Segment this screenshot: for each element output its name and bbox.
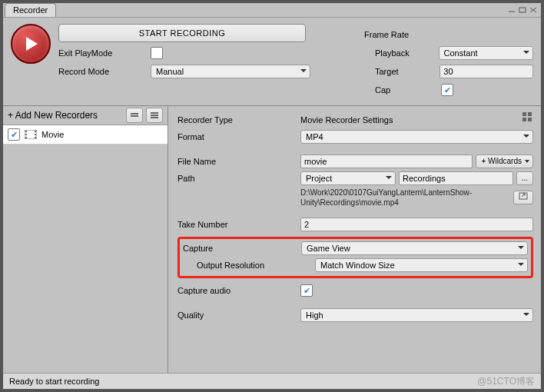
svg-rect-20 (528, 118, 532, 121)
record-mode-dropdown[interactable]: Manual (151, 65, 310, 78)
svg-line-2 (530, 8, 536, 12)
movie-icon (25, 130, 37, 139)
title-bar: Recorder (3, 3, 541, 18)
svg-rect-18 (528, 112, 532, 116)
preset-dropdown-icon[interactable] (126, 108, 143, 123)
format-dropdown[interactable]: MP4 (300, 130, 533, 144)
svg-rect-17 (522, 112, 526, 116)
output-resolution-label: Output Resolution (183, 261, 315, 270)
chevron-down-icon (525, 160, 529, 163)
playback-label: Playback (364, 48, 439, 58)
menu-icon[interactable] (146, 108, 163, 123)
path-label: Path (177, 174, 300, 183)
path-browse-button[interactable]: ... (516, 171, 533, 185)
capture-audio-checkbox[interactable] (300, 284, 313, 297)
exit-playmode-label: Exit PlayMode (58, 48, 151, 58)
cap-checkbox[interactable] (441, 84, 453, 96)
chevron-down-icon (386, 176, 392, 179)
chevron-down-icon (518, 263, 524, 266)
top-left: START RECORDING Exit PlayMode Record Mod… (58, 24, 364, 98)
wildcards-button[interactable]: + Wildcards (476, 154, 533, 168)
svg-rect-7 (151, 112, 158, 114)
take-number-input[interactable]: 2 (300, 218, 533, 231)
svg-marker-4 (26, 37, 38, 51)
quality-label: Quality (177, 311, 300, 320)
chevron-down-icon (300, 69, 307, 72)
svg-rect-11 (25, 131, 27, 132)
maximize-icon[interactable] (518, 6, 527, 14)
status-text: Ready to start recording (9, 374, 99, 389)
sidebar-empty (3, 145, 168, 373)
target-label: Target (364, 67, 440, 76)
svg-rect-19 (522, 118, 526, 121)
resolved-path: D:\Work\2020\0107GuiYangLantern\LanternS… (300, 188, 510, 208)
quality-dropdown[interactable]: High (300, 308, 533, 322)
main-panel: Recorder TypeMovie Recorder Settings For… (168, 106, 541, 373)
capture-dropdown[interactable]: Game View (301, 241, 528, 255)
recorder-window: Recorder START RECORDING Exit PlayMode R… (0, 0, 544, 392)
record-play-button[interactable] (11, 24, 51, 64)
path-scope-dropdown[interactable]: Project (300, 171, 396, 185)
recorder-tab[interactable]: Recorder (5, 3, 56, 17)
cap-label: Cap (364, 85, 441, 95)
svg-rect-13 (25, 137, 27, 138)
status-bar: Ready to start recording @51CTO博客 (3, 373, 541, 389)
recorder-type-label: Recorder Type (177, 115, 300, 125)
record-mode-label: Record Mode (58, 67, 151, 76)
top-right: Frame Rate PlaybackConstant Target30 Cap (364, 24, 533, 98)
watermark: @51CTO博客 (477, 374, 535, 389)
minimize-icon[interactable] (507, 6, 516, 14)
top-panel: START RECORDING Exit PlayMode Record Mod… (3, 18, 541, 106)
panel-config-icon[interactable] (521, 111, 533, 123)
reveal-path-button[interactable] (513, 191, 533, 204)
add-recorders-button[interactable]: + Add New Recorders (8, 110, 123, 121)
svg-rect-15 (35, 134, 36, 135)
chevron-down-icon (518, 246, 524, 249)
path-sub-input[interactable]: Recordings (399, 171, 513, 185)
start-recording-button[interactable]: START RECORDING (58, 24, 306, 42)
svg-rect-16 (35, 137, 36, 138)
recorder-item-movie[interactable]: Movie (3, 125, 168, 145)
recorder-type-value: Movie Recorder Settings (300, 115, 533, 125)
playback-dropdown[interactable]: Constant (439, 46, 533, 60)
close-icon[interactable] (529, 6, 538, 14)
target-input[interactable]: 30 (440, 65, 533, 78)
svg-rect-5 (131, 113, 138, 115)
svg-rect-1 (519, 8, 526, 12)
svg-rect-14 (35, 131, 36, 132)
take-number-label: Take Number (177, 220, 300, 229)
sidebar-header: + Add New Recorders (3, 106, 168, 125)
capture-highlight: CaptureGame View Output ResolutionMatch … (177, 237, 533, 278)
svg-rect-12 (25, 134, 27, 135)
capture-audio-label: Capture audio (177, 286, 300, 295)
window-buttons (507, 6, 541, 14)
recorder-item-label: Movie (41, 130, 64, 139)
svg-rect-6 (131, 115, 138, 117)
svg-line-3 (530, 8, 536, 12)
chevron-down-icon (523, 51, 529, 54)
sidebar: + Add New Recorders Movie (3, 106, 168, 373)
file-name-label: File Name (177, 157, 300, 166)
capture-label: Capture (183, 244, 301, 253)
recorder-enable-checkbox[interactable] (8, 128, 20, 141)
chevron-down-icon (523, 313, 529, 316)
body: + Add New Recorders Movie Recorder TypeM… (3, 106, 541, 373)
svg-rect-8 (151, 115, 158, 116)
output-resolution-dropdown[interactable]: Match Window Size (315, 258, 528, 272)
exit-playmode-checkbox[interactable] (151, 47, 163, 59)
frame-rate-label: Frame Rate (364, 30, 430, 39)
format-label: Format (177, 132, 300, 141)
file-name-input[interactable]: movie (300, 154, 473, 168)
svg-rect-9 (151, 117, 158, 118)
chevron-down-icon (523, 135, 529, 138)
